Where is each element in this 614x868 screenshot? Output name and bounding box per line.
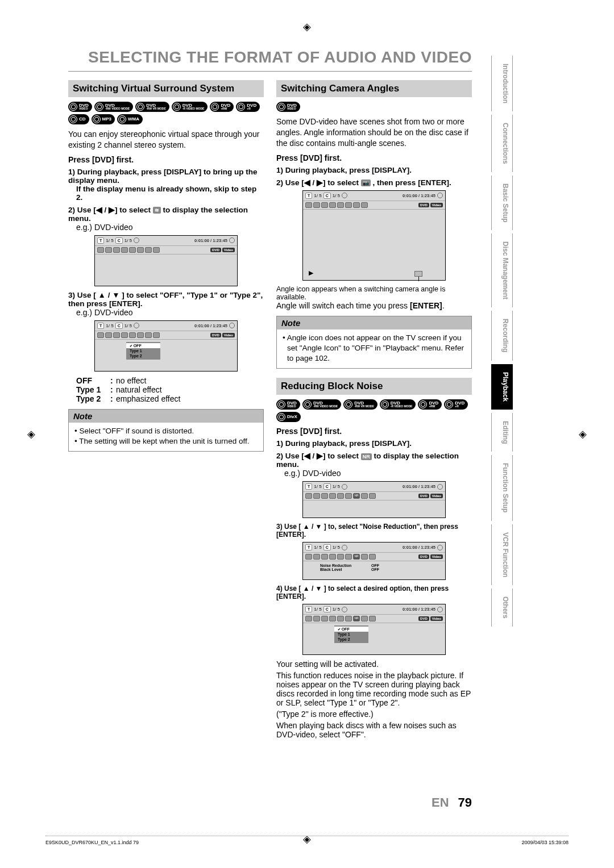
step-4-noise: 4) Use [ ▲ / ▼ ] to select a desired opt… bbox=[276, 585, 472, 600]
note-box-angles: Note Angle icon does not appear on the T… bbox=[276, 316, 472, 369]
side-tab[interactable]: Others bbox=[491, 589, 513, 627]
eg-left-1: e.g.) DVD-video bbox=[76, 223, 264, 232]
side-tab[interactable]: Introduction bbox=[491, 56, 513, 111]
camera-angle-icon: 📷 bbox=[361, 180, 371, 186]
noise-p1: Your setting will be activated. bbox=[276, 660, 472, 669]
osd-display-noise-2: T1/ 5 C1/ 5 0:01:00 / 1:23:45 NR DVDVide… bbox=[302, 542, 446, 580]
crop-mark-right: ◈ bbox=[579, 428, 587, 440]
arrow-left-icon: ◀ / ▶ bbox=[96, 205, 115, 214]
arrow-lr-icon-2: ◀ / ▶ bbox=[304, 451, 323, 460]
nr-icon: NR bbox=[361, 453, 372, 460]
page-content: SELECTING THE FORMAT OF AUDIO AND VIDEO … bbox=[68, 48, 472, 812]
heading-virtual-surround: Switching Virtual Surround System bbox=[68, 80, 264, 97]
side-tab[interactable]: VCR Function bbox=[491, 524, 513, 585]
page-number: EN79 bbox=[432, 795, 472, 810]
angle-caption-2: Angle will switch each time you press [E… bbox=[276, 301, 472, 310]
heading-block-noise: Reducing Block Noise bbox=[276, 378, 472, 395]
effect-list: OFF:no effectType 1:natural effectType 2… bbox=[76, 376, 264, 403]
note-item: Angle icon does not appear on the TV scr… bbox=[283, 333, 466, 364]
side-tab[interactable]: Function Setup bbox=[491, 455, 513, 520]
side-tabs: IntroductionConnectionsBasic SetupDisc M… bbox=[491, 56, 513, 627]
format-badge: MP3 bbox=[92, 114, 115, 124]
heading-camera-angles: Switching Camera Angles bbox=[276, 80, 472, 97]
side-tab[interactable]: Editing bbox=[491, 413, 513, 452]
arrow-lr-icon: ◀ / ▶ bbox=[304, 178, 323, 187]
note-box-left: Note Select "OFF" if sound is distorted.… bbox=[68, 409, 264, 452]
angle-caption-1: Angle icon appears when a switching came… bbox=[276, 285, 472, 301]
step-3-left: 3) Use [ ▲ / ▼ ] to select "OFF", "Type … bbox=[68, 291, 264, 308]
format-badge: DVD-RW VR MODE bbox=[135, 102, 169, 112]
note-heading-angles: Note bbox=[277, 316, 471, 329]
page-title: SELECTING THE FORMAT OF AUDIO AND VIDEO bbox=[68, 48, 472, 72]
osd-display-angles: T1/ 5 C1/ 5 0:01:00 / 1:23:45 DVDVideo ▶ bbox=[302, 190, 446, 281]
noise-p3: ("Type 2" is more effective.) bbox=[276, 710, 472, 719]
side-tab[interactable]: Disc Management bbox=[491, 233, 513, 307]
press-dvd-left: Press [DVD] first. bbox=[68, 155, 264, 164]
format-badge: DVDVIDEO bbox=[276, 399, 300, 410]
note-heading-left: Note bbox=[69, 410, 263, 423]
format-badge: DVD+RW bbox=[418, 399, 442, 410]
format-badge: DVD-R VIDEO MODE bbox=[380, 399, 416, 410]
step-3-noise: 3) Use [ ▲ / ▼ ] to, select "Noise Reduc… bbox=[276, 523, 472, 539]
format-badge: DVD-RW VIDEO MODE bbox=[302, 399, 341, 410]
osd-display-left-1: T1/ 5 C1/ 5 0:01:00 / 1:23:45 DVDVideo bbox=[94, 235, 238, 286]
format-badge: DVD-R VIDEO MODE bbox=[172, 102, 208, 112]
column-left: Switching Virtual Surround System DVDVID… bbox=[68, 80, 264, 739]
column-right: Switching Camera Angles DVDVIDEO Some DV… bbox=[276, 80, 472, 739]
osd-display-left-2: T1/ 5 C1/ 5 0:01:00 / 1:23:45 DVDVideo O… bbox=[94, 320, 238, 372]
format-badge: DVD+R bbox=[236, 102, 260, 112]
format-badges-noise: DVDVIDEODVD-RW VIDEO MODEDVD-RW VR MODED… bbox=[276, 399, 472, 422]
note-item: The setting will be kept when the unit i… bbox=[74, 436, 258, 446]
format-badge: DVDVIDEO bbox=[68, 102, 92, 112]
step-1b-left: If the display menu is already shown, sk… bbox=[76, 185, 264, 202]
angle-indicator-icon bbox=[414, 271, 422, 277]
side-tab[interactable]: Basic Setup bbox=[491, 176, 513, 231]
side-tab[interactable]: Recording bbox=[491, 311, 513, 360]
osd-display-noise-3: T1/ 5 C1/ 5 0:01:00 / 1:23:45 NR DVDVide… bbox=[302, 604, 446, 655]
footer-left: E9SK0UD_DVR670KU_EN_v1.1.indd 79 bbox=[45, 840, 139, 845]
step-1-noise: 1) During playback, press [DISPLAY]. bbox=[276, 439, 472, 448]
eg-noise: e.g.) DVD-video bbox=[284, 469, 472, 478]
side-tab[interactable]: Connections bbox=[491, 115, 513, 172]
press-dvd-noise: Press [DVD] first. bbox=[276, 427, 472, 436]
footer-right: 2009/04/03 15:39:08 bbox=[521, 840, 569, 845]
step-2-angles: 2) Use [ ◀ / ▶ ] to select 📷 , then pres… bbox=[276, 178, 472, 187]
play-icon: ▶ bbox=[309, 269, 313, 277]
intro-angles: Some DVD-video have scenes shot from two… bbox=[276, 116, 472, 149]
crop-mark-left: ◈ bbox=[27, 428, 35, 440]
press-dvd-angles: Press [DVD] first. bbox=[276, 153, 472, 162]
format-badge: DVD+R bbox=[444, 399, 468, 410]
side-tab[interactable]: Playback bbox=[491, 364, 513, 410]
format-badges-left: DVDVIDEODVD-RW VIDEO MODEDVD-RW VR MODED… bbox=[68, 102, 264, 124]
step-2-left: 2) Use [ ◀ / ▶ ] to select ≋ to display … bbox=[68, 205, 264, 223]
eg-left-2: e.g.) DVD-video bbox=[76, 308, 264, 317]
surround-icon: ≋ bbox=[153, 207, 161, 214]
format-badge: WMA bbox=[117, 114, 143, 124]
noise-p2: This function reduces noise in the playb… bbox=[276, 671, 472, 707]
format-badge: DivX bbox=[276, 412, 301, 422]
footer-meta: E9SK0UD_DVR670KU_EN_v1.1.indd 79 2009/04… bbox=[45, 836, 569, 845]
format-badge: DVD-RW VR MODE bbox=[343, 399, 377, 410]
format-badge: CD bbox=[68, 114, 89, 124]
note-item: Select "OFF" if sound is distorted. bbox=[74, 426, 258, 436]
step-1-left: 1) During playback, press [DISPLAY] to b… bbox=[68, 168, 264, 185]
step-1-angles: 1) During playback, press [DISPLAY]. bbox=[276, 166, 472, 174]
osd-display-noise-1: T1/ 5 C1/ 5 0:01:00 / 1:23:45 NR DVDVide… bbox=[302, 481, 446, 518]
format-badge: DVD-RW VIDEO MODE bbox=[94, 102, 133, 112]
noise-p4: When playing back discs with a few noise… bbox=[276, 721, 472, 739]
format-badge: DVD+RW bbox=[210, 102, 234, 112]
step-2-noise: 2) Use [ ◀ / ▶ ] to select NR to display… bbox=[276, 451, 472, 469]
intro-left: You can enjoy stereophonic virtual space… bbox=[68, 129, 264, 151]
format-badges-angles: DVDVIDEO bbox=[276, 102, 472, 112]
format-badge: DVDVIDEO bbox=[276, 102, 300, 112]
